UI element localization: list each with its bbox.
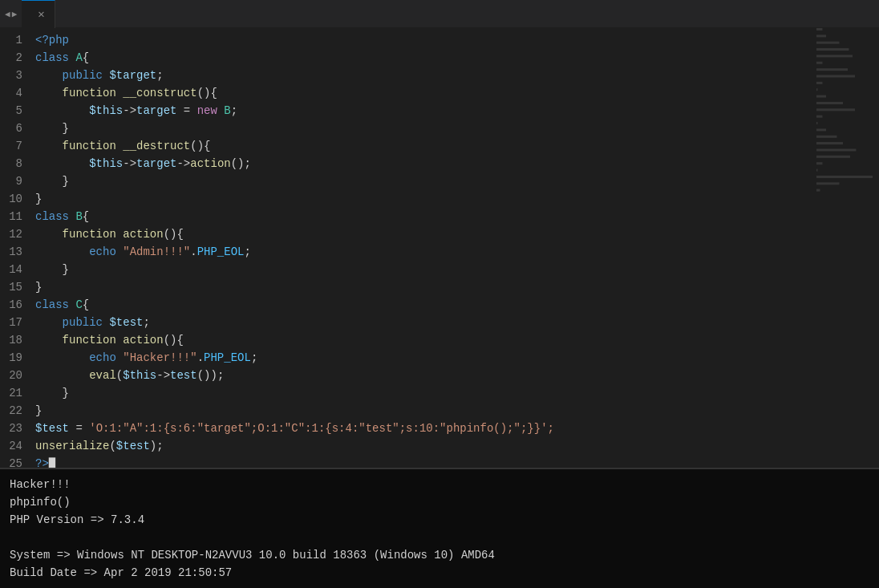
code-line: eval($this->test()); [32, 367, 815, 384]
code-line: unserialize($test); [32, 437, 815, 455]
output-line: Build Date => Apr 2 2019 21:50:57 [10, 564, 869, 582]
output-area: Hacker!!!phpinfo()PHP Version => 7.3.4 S… [0, 468, 879, 588]
code-line: class B{ [32, 208, 815, 225]
arrow-right-icon[interactable]: ▶ [12, 9, 18, 19]
line-number: 7 [6, 137, 22, 155]
svg-rect-1 [816, 28, 823, 30]
svg-rect-23 [816, 176, 873, 178]
code-line: echo "Admin!!!".PHP_EOL; [32, 243, 815, 261]
line-number: 19 [6, 349, 22, 367]
svg-rect-6 [816, 62, 823, 64]
line-number: 13 [6, 243, 22, 261]
code-line: echo "Hacker!!!".PHP_EOL; [32, 349, 815, 367]
tab-close-button[interactable]: ✕ [38, 9, 44, 20]
code-line: function action(){ [32, 331, 815, 349]
svg-rect-24 [816, 182, 840, 185]
code-content[interactable]: <?phpclass A{ public $target; function _… [32, 28, 815, 468]
code-line: } [32, 402, 815, 420]
code-line: } [32, 278, 815, 296]
line-number: 6 [6, 120, 22, 137]
svg-rect-20 [816, 156, 850, 158]
line-number: 15 [6, 278, 22, 296]
line-number: 8 [6, 155, 22, 172]
line-number: 23 [6, 420, 22, 437]
code-line: class A{ [32, 49, 815, 67]
arrow-left-icon[interactable]: ◀ [5, 9, 10, 19]
line-number: 3 [6, 67, 22, 84]
output-line: PHP Version => 7.3.4 [10, 511, 869, 529]
line-number: 22 [6, 402, 22, 420]
code-line: $this->target = new B; [32, 102, 815, 120]
code-line: $test = 'O:1:"A":1:{s:6:"target";O:1:"C"… [32, 420, 815, 437]
minimap [815, 28, 879, 468]
svg-rect-21 [816, 162, 823, 164]
code-line: function action(){ [32, 225, 815, 243]
tab-1php[interactable]: ✕ [22, 0, 55, 28]
line-number: 5 [6, 102, 22, 120]
svg-rect-3 [816, 42, 840, 44]
svg-rect-7 [816, 68, 848, 71]
svg-rect-0 [815, 28, 879, 468]
output-line: phpinfo() [10, 493, 869, 511]
editor-area: 1234567891011121314151617181920212223242… [0, 28, 879, 468]
line-number: 2 [6, 49, 22, 67]
output-line: System => Windows NT DESKTOP-N2AVVU3 10.… [10, 546, 869, 564]
line-number: 11 [6, 208, 22, 225]
svg-rect-16 [816, 128, 826, 131]
svg-rect-10 [816, 88, 818, 91]
code-line: } [32, 120, 815, 137]
code-line: class C{ [32, 296, 815, 314]
code-line: public $test; [32, 314, 815, 331]
line-number: 21 [6, 384, 22, 402]
code-line: function __destruct(){ [32, 137, 815, 155]
code-line: } [32, 190, 815, 208]
code-line: public $target; [32, 67, 815, 84]
code-line: } [32, 384, 815, 402]
line-number: 9 [6, 172, 22, 190]
code-line: } [32, 261, 815, 278]
line-number: 1 [6, 31, 22, 49]
line-number: 24 [6, 437, 22, 455]
svg-rect-12 [816, 102, 843, 104]
svg-rect-9 [816, 82, 823, 84]
line-number: 4 [6, 84, 22, 102]
svg-rect-15 [816, 122, 818, 124]
code-line: $this->target->action(); [32, 155, 815, 172]
svg-rect-22 [816, 169, 818, 172]
svg-rect-5 [816, 55, 853, 57]
svg-rect-13 [816, 108, 855, 111]
line-number: 10 [6, 190, 22, 208]
svg-rect-8 [816, 75, 855, 78]
line-number: 16 [6, 296, 22, 314]
output-line [10, 529, 869, 546]
svg-rect-19 [816, 149, 857, 152]
svg-rect-18 [816, 142, 843, 144]
svg-rect-11 [816, 95, 826, 98]
line-number: 12 [6, 225, 22, 243]
code-line: <?php [32, 31, 815, 49]
tab-bar: ◀ ▶ ✕ [0, 0, 879, 28]
code-line: ?>█ [32, 455, 815, 468]
svg-rect-2 [816, 34, 826, 37]
line-number: 20 [6, 367, 22, 384]
line-number: 25 [6, 455, 22, 468]
svg-rect-25 [816, 189, 820, 192]
tab-arrows[interactable]: ◀ ▶ [0, 9, 22, 19]
line-number: 17 [6, 314, 22, 331]
code-line: function __construct(){ [32, 84, 815, 102]
line-number: 14 [6, 261, 22, 278]
svg-rect-17 [816, 136, 837, 138]
line-number: 18 [6, 331, 22, 349]
code-line: } [32, 172, 815, 190]
output-line: Hacker!!! [10, 476, 869, 493]
line-numbers: 1234567891011121314151617181920212223242… [0, 28, 32, 468]
svg-rect-4 [816, 48, 849, 51]
svg-rect-14 [816, 116, 823, 118]
